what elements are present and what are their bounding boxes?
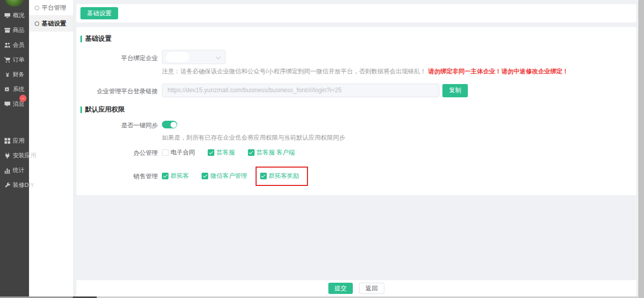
one-key-sync-label: 是否一键同步 — [80, 121, 162, 130]
diy-wrench-icon — [4, 182, 11, 188]
checkbox-wechat-customer-management[interactable]: 微信客户管理 — [202, 172, 247, 180]
submenu-item-basic-settings[interactable]: 基础设置 — [29, 16, 73, 32]
checkbox-icon — [162, 173, 169, 179]
apps-grid-icon — [4, 138, 11, 144]
checkbox-group-prospecting-reward[interactable]: 群拓客奖励 — [260, 172, 299, 180]
sidebar-item-product[interactable]: 商品 — [0, 23, 29, 38]
sidebar-item-label: 统计 — [13, 166, 24, 174]
login-link-row: 企业管理平台登录链接 https://dev15.yunzmall.com/bu… — [80, 84, 632, 97]
footer-bar: 提交 返回 — [76, 280, 636, 296]
back-button[interactable]: 返回 — [359, 283, 384, 294]
sidebar-item-label: 安装应用 — [13, 151, 36, 159]
sidebar-item-system[interactable]: 系统 — [0, 82, 29, 97]
checkbox-icon — [162, 149, 169, 156]
checkbox-electronic-contract[interactable]: 电子合同 — [162, 148, 195, 157]
bind-warning-note: 注意：请务必确保该企业微信和公众号/小程序绑定到同一微信开放平台，否则数据将会出… — [162, 67, 632, 75]
group-label: 办公管理 — [80, 148, 162, 157]
submenu-item-label: 基础设置 — [42, 19, 66, 28]
sales-management-row: 销售管理 群拓客 微信客户管理 群拓客奖励 — [80, 172, 632, 181]
section-title-text: 基础设置 — [85, 34, 111, 43]
submenu-item-label: 平台管理 — [42, 4, 66, 12]
login-url-input[interactable]: https://dev15.yunzmall.com/business/busi… — [162, 84, 439, 97]
checkbox-yun-customer-service-client[interactable]: 芸客服 客户端 — [248, 148, 295, 157]
finance-yen-icon: ¥ — [4, 71, 11, 78]
section-basic-settings: 基础设置 — [80, 34, 632, 43]
sidebar-item-label: 应用 — [13, 137, 24, 145]
sidebar-item-label: 财务 — [13, 70, 24, 78]
checkbox-group-prospecting[interactable]: 群拓客 — [162, 172, 189, 180]
platform-company-label: 平台绑定企业 — [80, 50, 162, 63]
member-icon — [4, 42, 11, 48]
sidebar-item-message[interactable]: 消息 - — [0, 97, 29, 112]
secondary-sidebar: 平台管理 基础设置 — [29, 0, 74, 296]
platform-company-select[interactable] — [162, 50, 226, 64]
product-icon — [4, 27, 11, 34]
submit-button[interactable]: 提交 — [328, 283, 353, 294]
message-bubble-icon — [4, 101, 11, 107]
group-label: 销售管理 — [80, 172, 162, 181]
settings-card: 基础设置 平台绑定企业 注意：请务必确保该企业微信和公众号/小程序绑定到同一微信… — [76, 27, 636, 195]
nav-group-spacer — [0, 112, 29, 133]
vertical-scrollbar[interactable] — [638, 0, 644, 298]
message-count-badge: - — [19, 95, 26, 102]
tab-basic-settings[interactable]: 基础设置 — [80, 7, 118, 19]
app-window: 概况 商品 会员 订单 ¥ 财务 系统 — [0, 0, 644, 296]
bind-warning-red-text: 请勿绑定非同一主体企业！请勿中途修改企业绑定！ — [428, 68, 569, 75]
svg-text:¥: ¥ — [6, 72, 9, 78]
chevron-down-icon — [216, 55, 221, 60]
section-accent-bar — [80, 106, 82, 113]
copy-button[interactable]: 复制 — [442, 84, 468, 97]
radio-circle-icon — [35, 6, 39, 10]
overview-icon — [4, 12, 11, 19]
sidebar-item-apps[interactable]: 应用 — [0, 133, 29, 148]
toolbar-card: 基础设置 — [76, 4, 636, 22]
sidebar-item-decorate-diy[interactable]: 装修DIY — [0, 178, 29, 193]
sidebar-item-label: 装修DIY — [13, 181, 34, 189]
primary-sidebar: 概况 商品 会员 订单 ¥ 财务 系统 — [0, 0, 29, 296]
redacted-company-name — [166, 52, 189, 62]
checkbox-icon — [202, 173, 208, 179]
sidebar-item-label: 商品 — [13, 26, 24, 34]
sidebar-item-label: 概况 — [13, 11, 24, 19]
sidebar-item-stats[interactable]: 统计 — [0, 163, 29, 178]
primary-nav: 概况 商品 会员 订单 ¥ 财务 系统 — [0, 0, 29, 193]
toggle-knob — [171, 122, 177, 128]
checkbox-yun-customer-service[interactable]: 芸客服 — [208, 148, 235, 157]
radio-circle-icon — [35, 21, 39, 26]
system-gear-icon — [4, 86, 11, 93]
stats-bars-icon — [4, 167, 11, 174]
install-plug-icon — [4, 152, 11, 159]
sidebar-item-label: 订单 — [13, 56, 24, 64]
sidebar-item-label: 会员 — [13, 41, 24, 49]
section-title-text: 默认应用权限 — [85, 105, 125, 114]
order-cart-icon — [4, 57, 11, 63]
one-key-sync-toggle[interactable] — [162, 121, 177, 128]
sidebar-item-label: 系统 — [13, 85, 24, 93]
sidebar-item-member[interactable]: 会员 — [0, 38, 29, 52]
office-management-row: 办公管理 电子合同 芸客服 芸客服 客户端 — [80, 148, 632, 157]
login-link-label: 企业管理平台登录链接 — [80, 84, 162, 96]
one-key-sync-hint: 如果是，则所有已存在企业也会将应用权限与当前默认应用权限同步 — [162, 134, 632, 141]
section-default-app-permissions: 默认应用权限 — [80, 105, 632, 114]
one-key-sync-row: 是否一键同步 如果是，则所有已存在企业也会将应用权限与当前默认应用权限同步 — [80, 121, 632, 141]
submenu-item-platform-management[interactable]: 平台管理 — [29, 0, 73, 16]
sidebar-item-overview[interactable]: 概况 — [0, 8, 29, 23]
checkbox-icon — [208, 149, 214, 156]
bind-warning-gray-text: 注意：请务必确保该企业微信和公众号/小程序绑定到同一微信开放平台，否则数据将会出… — [162, 68, 426, 75]
section-accent-bar — [80, 36, 82, 42]
checkbox-icon — [260, 173, 267, 179]
platform-company-row: 平台绑定企业 注意：请务必确保该企业微信和公众号/小程序绑定到同一微信开放平台，… — [80, 50, 632, 75]
main-content: 基础设置 基础设置 平台绑定企业 注意：请务必确保该企业微信和公众号/小程序绑定… — [74, 0, 644, 296]
sidebar-item-install-apps[interactable]: 安装应用 — [0, 148, 29, 163]
sidebar-item-finance[interactable]: ¥ 财务 — [0, 67, 29, 82]
checkbox-icon — [248, 149, 255, 156]
sidebar-item-order[interactable]: 订单 — [0, 52, 29, 67]
